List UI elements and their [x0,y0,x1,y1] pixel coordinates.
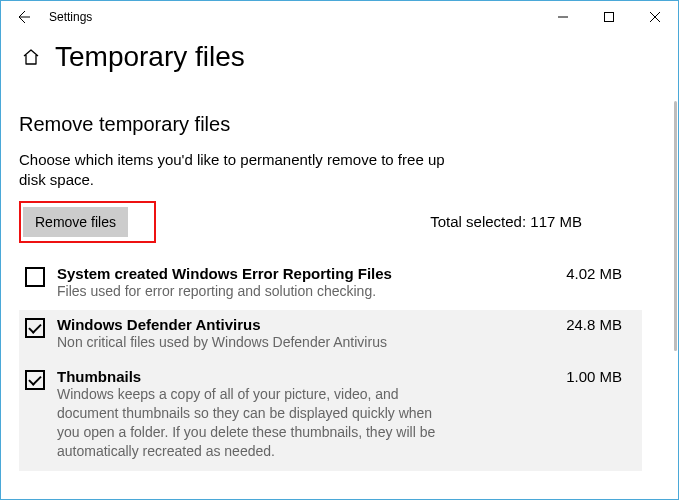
item-title: Windows Defender Antivirus [57,316,261,333]
total-selected-label: Total selected: 117 MB [430,213,642,230]
window-title: Settings [49,10,92,24]
item-checkbox[interactable] [25,318,45,338]
highlight-annotation: Remove files [19,201,156,243]
item-title: System created Windows Error Reporting F… [57,265,392,282]
item-size: 1.00 MB [566,368,626,385]
item-description: Files used for error reporting and solut… [57,282,437,301]
item-checkbox[interactable] [25,267,45,287]
temp-file-item[interactable]: Thumbnails 1.00 MB Windows keeps a copy … [19,362,642,471]
back-button[interactable] [9,3,37,31]
scrollbar-thumb[interactable] [674,101,677,351]
titlebar: Settings [1,1,678,33]
settings-window: Settings Temporary files Remove temporar… [0,0,679,500]
section-description: Choose which items you'd like to permane… [19,150,469,191]
temp-file-item[interactable]: System created Windows Error Reporting F… [19,259,642,311]
item-checkbox[interactable] [25,370,45,390]
item-body: System created Windows Error Reporting F… [57,265,636,301]
item-body: Windows Defender Antivirus 24.8 MB Non c… [57,316,636,352]
temp-file-item[interactable]: Windows Defender Antivirus 24.8 MB Non c… [19,310,642,362]
home-icon[interactable] [19,45,43,69]
selected-items-group: Windows Defender Antivirus 24.8 MB Non c… [19,310,642,470]
item-title: Thumbnails [57,368,141,385]
maximize-button[interactable] [586,1,632,33]
page-title: Temporary files [55,41,245,73]
section-heading: Remove temporary files [19,113,642,136]
scrollbar[interactable] [674,101,677,491]
remove-files-button[interactable]: Remove files [23,207,128,237]
item-description: Windows keeps a copy of all of your pict… [57,385,437,461]
action-row: Remove files Total selected: 117 MB [19,201,642,243]
item-size: 4.02 MB [566,265,626,282]
svg-rect-1 [605,13,614,22]
minimize-button[interactable] [540,1,586,33]
item-body: Thumbnails 1.00 MB Windows keeps a copy … [57,368,636,461]
item-description: Non critical files used by Windows Defen… [57,333,437,352]
window-controls [540,1,678,33]
close-button[interactable] [632,1,678,33]
content-area: Remove temporary files Choose which item… [1,77,678,471]
item-size: 24.8 MB [566,316,626,333]
page-header: Temporary files [1,33,678,77]
